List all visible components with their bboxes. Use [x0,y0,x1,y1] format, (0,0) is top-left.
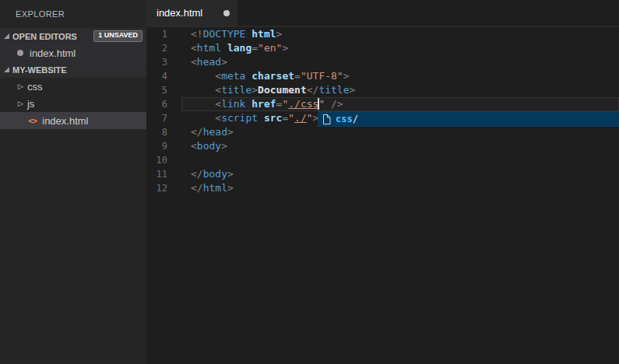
tab-bar: index.html [146,0,619,27]
code-line: 9<body> [146,139,619,153]
workspace-label: MY-WEBSITE [12,65,67,75]
code-line: 5 <title>Document</title> [146,83,619,97]
tree-folder-js[interactable]: ▷js [0,95,146,112]
explorer-title: EXPLORER [0,0,146,28]
modified-dot-icon [223,10,230,16]
code-line: 2<html lang="en"> [146,41,619,55]
suggestion-css[interactable]: css/ [336,114,358,124]
line-content [181,153,619,167]
line-number: 10 [146,153,181,167]
chevron-collapsed-icon: ▷ [18,83,23,90]
code-line: 1<!DOCTYPE html> [146,27,619,41]
tab-index-html[interactable]: index.html [146,0,237,26]
code-line: 10 [146,153,619,167]
line-content: </head> [181,125,619,139]
open-editors-label: OPEN EDITORS [12,32,77,41]
line-number: 8 [146,125,181,139]
file-label: index.html [42,115,88,127]
line-content: </html> [181,181,619,195]
html-file-icon: <> [28,116,37,126]
line-number: 2 [146,41,181,55]
tab-label: index.html [157,7,223,19]
line-number: 6 [146,97,181,111]
tree-folder-css[interactable]: ▷css [0,78,146,95]
workspace-header[interactable]: MY-WEBSITE [0,61,146,78]
code-line: 3<head> [146,55,619,69]
code-line: 12</html> [146,181,619,195]
line-content: <link href="./css" /> [181,97,619,111]
modified-dot-icon [17,50,23,56]
chevron-collapsed-icon: ▷ [18,100,23,107]
line-content: <meta charset="UTF-8"> [181,69,619,83]
vscode-window: EXPLORER OPEN EDITORS 1 UNSAVED index.ht… [0,0,619,364]
code-line: 6 <link href="./css" /> [146,97,619,111]
chevron-expanded-icon [4,33,9,39]
explorer-sidebar: EXPLORER OPEN EDITORS 1 UNSAVED index.ht… [0,0,146,364]
editor-area: index.html 1<!DOCTYPE html>2<html lang="… [146,0,619,364]
file-icon [322,114,331,124]
line-number: 12 [146,181,181,195]
line-content: </body> [181,167,619,181]
open-editors-header[interactable]: OPEN EDITORS 1 UNSAVED [0,28,146,44]
line-content: <!DOCTYPE html> [181,27,619,41]
suggest-widget: css/ [318,111,619,127]
line-number: 1 [146,27,181,41]
code-line: 8</head> [146,125,619,139]
tree-file-index.html[interactable]: <>index.html [0,112,146,129]
code-line: 11</body> [146,167,619,181]
folder-label: css [27,81,43,93]
line-content: <head> [181,55,619,69]
open-editors-list: index.html [0,44,146,61]
line-number: 9 [146,139,181,153]
line-number: 11 [146,167,181,181]
line-number: 4 [146,69,181,83]
chevron-expanded-icon [4,67,9,72]
line-content: <html lang="en"> [181,41,619,55]
line-content: <title>Document</title> [181,83,619,97]
file-tree: ▷css▷js<>index.html [0,78,146,129]
line-content: <body> [181,139,619,153]
open-editor-item[interactable]: index.html [0,44,146,61]
line-number: 7 [146,111,181,125]
open-editor-label: index.html [30,47,76,59]
code-line: 4 <meta charset="UTF-8"> [146,69,619,83]
unsaved-badge: 1 UNSAVED [93,30,142,42]
folder-label: js [27,98,34,110]
line-number: 3 [146,55,181,69]
line-number: 5 [146,83,181,97]
